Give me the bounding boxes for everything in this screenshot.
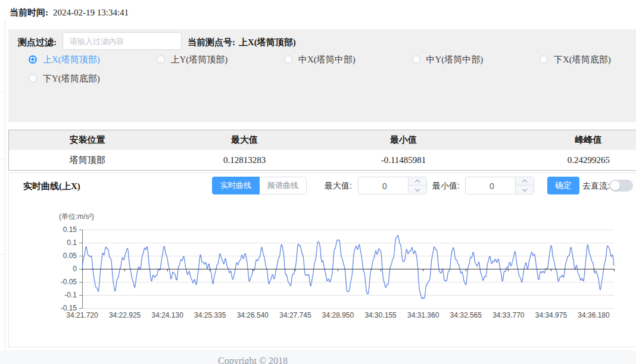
chart-panel: 实时曲线(上X) 实时曲线频谱曲线 最大值: 最小值: 确定 去直流: (单位:…	[8, 172, 636, 347]
filter-input[interactable]	[63, 32, 182, 50]
current-point-label: 当前测点号:	[188, 37, 235, 47]
radio-option[interactable]: 下Y(塔筒底部)	[29, 74, 100, 83]
min-value-input-box	[465, 177, 534, 194]
table-header-cell: 最大值	[166, 130, 323, 150]
filter-panel: 测点过滤: 当前测点号:上X(塔筒顶部) 上X(塔筒顶部)上Y(塔筒顶部)中X(…	[8, 29, 636, 122]
tab-spectrum-curve[interactable]: 频谱曲线	[260, 177, 307, 194]
min-value-input[interactable]	[466, 177, 518, 195]
svg-text:34:33.770: 34:33.770	[492, 311, 525, 319]
table-row: 塔筒顶部0.12813283-0.114859810.24299265	[9, 150, 636, 171]
svg-text:34:31.360: 34:31.360	[407, 311, 439, 319]
svg-text:34:21.720: 34:21.720	[66, 311, 98, 319]
chevron-down-icon	[415, 186, 420, 191]
sliver-border	[5, 20, 5, 350]
max-value-label: 最大值:	[325, 181, 352, 192]
radio-option[interactable]: 中Y(塔筒中部)	[412, 55, 484, 64]
svg-text:0.1: 0.1	[67, 239, 77, 247]
svg-text:34:36.180: 34:36.180	[578, 311, 610, 319]
svg-text:34:25.335: 34:25.335	[194, 311, 226, 319]
radio-icon	[540, 55, 548, 64]
svg-text:34:24.130: 34:24.130	[151, 311, 183, 319]
radio-icon	[412, 55, 420, 64]
table-header-row: 安装位置最大值最小值峰峰值	[9, 130, 636, 150]
sliver-separator	[0, 254, 5, 255]
sliver-separator	[0, 92, 5, 93]
radio-icon	[29, 74, 37, 83]
current-point: 当前测点号:上X(塔筒顶部)	[188, 37, 296, 48]
spin-down-icon[interactable]	[409, 186, 426, 194]
current-point-value: 上X(塔筒顶部)	[239, 37, 296, 47]
max-value-input-box	[358, 177, 427, 194]
table-header-cell: 最小值	[323, 130, 484, 150]
min-spinner	[515, 177, 534, 194]
radio-option[interactable]: 上X(塔筒顶部)	[29, 55, 100, 64]
filter-label: 测点过滤:	[18, 37, 57, 48]
table-cell: 0.12813283	[166, 150, 323, 171]
radio-option-label: 下Y(塔筒底部)	[43, 73, 100, 84]
stats-table: 安装位置最大值最小值峰峰值 塔筒顶部0.12813283-0.114859810…	[8, 130, 636, 171]
svg-text:34:22.925: 34:22.925	[109, 311, 141, 319]
min-value-label: 最小值:	[432, 181, 460, 192]
chevron-up-icon	[522, 180, 527, 184]
svg-text:-0.1: -0.1	[64, 291, 77, 299]
spin-up-icon[interactable]	[516, 177, 534, 186]
dc-removal-label: 去直流:	[582, 181, 610, 192]
table-header-cell: 峰峰值	[484, 130, 636, 150]
max-spinner	[408, 177, 426, 194]
current-time-value: 2024-02-19 13:34:41	[53, 8, 129, 17]
radio-option-label: 下X(塔筒底部)	[554, 54, 611, 65]
footer: Copyright © 2018	[0, 350, 636, 364]
toggle-knob	[610, 181, 620, 190]
waveform-svg: 0.150.10.050-0.05-0.1-0.1534:21.72034:22…	[9, 224, 636, 328]
dc-toggle[interactable]	[609, 180, 633, 192]
radio-option-label: 中Y(塔筒中部)	[426, 54, 484, 65]
sliver-separator	[0, 159, 5, 159]
svg-text:34:30.155: 34:30.155	[364, 311, 397, 319]
tab-realtime-curve[interactable]: 实时曲线	[212, 177, 260, 194]
radio-option-label: 上X(塔筒顶部)	[43, 54, 100, 65]
svg-text:0: 0	[73, 265, 77, 273]
radio-option[interactable]: 上Y(塔筒顶部)	[157, 55, 228, 64]
copyright-text: Copyright © 2018	[218, 356, 288, 364]
radio-option-label: 上Y(塔筒顶部)	[171, 54, 228, 65]
radio-option-label: 中X(塔筒中部)	[298, 54, 356, 65]
unit-label: (单位:m/s²)	[59, 212, 94, 222]
svg-text:-0.05: -0.05	[61, 278, 77, 286]
svg-text:34:27.745: 34:27.745	[279, 311, 311, 319]
radio-icon	[284, 55, 292, 64]
chevron-up-icon	[415, 180, 420, 184]
radio-option[interactable]: 下X(塔筒底部)	[540, 55, 611, 64]
svg-text:34:26.540: 34:26.540	[237, 311, 269, 319]
chevron-down-icon	[522, 186, 527, 191]
spin-down-icon[interactable]	[516, 186, 534, 194]
radio-icon	[29, 55, 37, 64]
confirm-button[interactable]: 确定	[547, 177, 579, 194]
table-cell: -0.11485981	[323, 150, 484, 171]
svg-text:0.05: 0.05	[63, 252, 77, 260]
svg-text:34:28.950: 34:28.950	[322, 311, 354, 319]
spin-up-icon[interactable]	[409, 177, 426, 186]
svg-text:34:32.565: 34:32.565	[450, 311, 482, 319]
chart-tabs: 实时曲线频谱曲线	[212, 177, 307, 194]
header-bar: 当前时间:2024-02-19 13:34:41	[10, 7, 129, 18]
radio-option[interactable]: 中X(塔筒中部)	[284, 55, 356, 64]
svg-text:34:34.975: 34:34.975	[535, 311, 568, 319]
table-cell: 0.24299265	[484, 150, 636, 171]
chart-title: 实时曲线(上X)	[23, 181, 80, 192]
table-cell: 塔筒顶部	[9, 150, 166, 171]
table-header-cell: 安装位置	[9, 130, 166, 150]
radio-icon	[157, 55, 165, 64]
current-time-label: 当前时间:	[10, 8, 48, 17]
max-value-input[interactable]	[358, 177, 411, 195]
svg-text:0.15: 0.15	[63, 225, 77, 234]
